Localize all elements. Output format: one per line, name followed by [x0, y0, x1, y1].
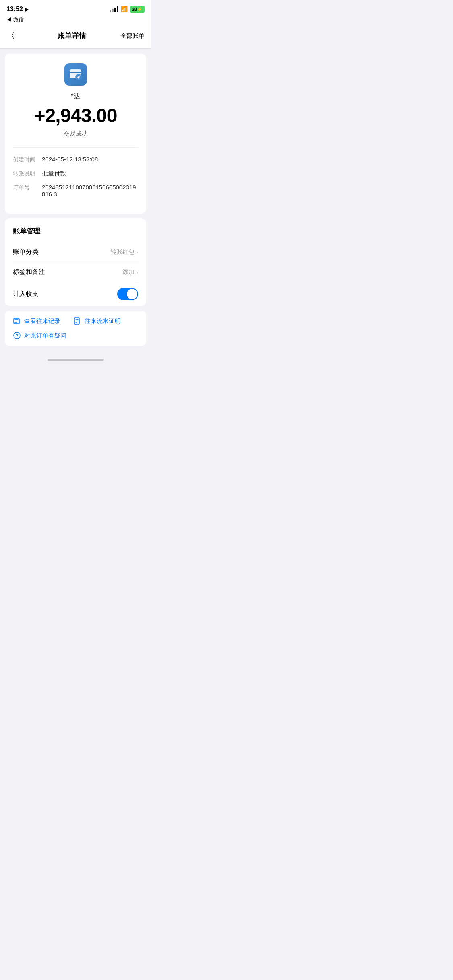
create-time-row: 创建时间 2024-05-12 13:52:08: [13, 156, 138, 163]
question-button[interactable]: ? 对此订单有疑问: [13, 331, 138, 340]
income-toggle[interactable]: [117, 288, 138, 300]
nav-bar: 〈 账单详情 全部账单: [0, 26, 151, 49]
status-time: 13:52: [6, 6, 23, 13]
all-bills-button[interactable]: 全部账单: [120, 32, 145, 40]
transaction-status: 交易成功: [13, 130, 138, 138]
status-bar: 13:52 ▶ 📶 28⚡: [0, 0, 151, 16]
category-label: 账单分类: [13, 248, 39, 256]
page-title: 账单详情: [57, 31, 86, 41]
create-time-label: 创建时间: [13, 156, 42, 163]
battery-indicator: 28⚡: [130, 6, 145, 13]
management-card: 账单管理 账单分类 转账红包 › 标签和备注 添加 › 计入收支: [5, 218, 146, 306]
merchant-icon-wrap: ¥: [13, 63, 138, 86]
tag-label: 标签和备注: [13, 268, 45, 276]
remark-label: 转账说明: [13, 170, 42, 177]
transaction-amount: +2,943.00: [13, 105, 138, 127]
svg-text:?: ?: [16, 333, 19, 338]
remark-row: 转账说明 批量付款: [13, 170, 138, 177]
transaction-card: ¥ *达 +2,943.00 交易成功 创建时间 2024-05-12 13:5…: [5, 54, 146, 214]
remark-value: 批量付款: [42, 170, 138, 177]
home-bar: [48, 359, 104, 361]
wechat-back-label: ◀ 微信: [0, 16, 151, 26]
view-history-button[interactable]: 查看往来记录: [13, 317, 60, 325]
merchant-icon: ¥: [64, 63, 87, 86]
tag-chevron-icon: ›: [136, 269, 138, 276]
order-no-value: 2024051211007000150665002319816 3: [42, 184, 138, 198]
svg-rect-1: [70, 72, 81, 73]
toggle-thumb: [127, 289, 137, 299]
home-indicator: [0, 351, 151, 364]
tag-value: 添加: [122, 268, 134, 276]
divider: [13, 147, 138, 148]
category-value-wrap: 转账红包 ›: [110, 248, 138, 256]
question-icon: ?: [13, 331, 21, 340]
merchant-name: *达: [13, 92, 138, 101]
order-no-label: 订单号: [13, 184, 42, 191]
view-history-label: 查看往来记录: [24, 317, 60, 325]
category-row[interactable]: 账单分类 转账红包 ›: [13, 242, 138, 262]
actions-card: 查看往来记录 往来流水证明 ? 对此订单有疑问: [5, 311, 146, 346]
signal-icon: [110, 6, 118, 12]
statement-icon: [73, 317, 81, 325]
question-label: 对此订单有疑问: [24, 332, 66, 340]
statement-label: 往来流水证明: [85, 317, 121, 325]
wifi-icon: 📶: [121, 6, 128, 12]
management-title: 账单管理: [13, 226, 138, 236]
order-no-row: 订单号 2024051211007000150665002319816 3: [13, 184, 138, 198]
income-label: 计入收支: [13, 290, 39, 299]
back-button[interactable]: 〈: [6, 30, 23, 42]
tag-row[interactable]: 标签和备注 添加 ›: [13, 262, 138, 282]
category-value: 转账红包: [110, 248, 134, 256]
location-icon: ▶: [25, 6, 29, 12]
actions-row-top: 查看往来记录 往来流水证明: [13, 317, 138, 325]
income-row: 计入收支: [13, 282, 138, 306]
category-chevron-icon: ›: [136, 249, 138, 255]
create-time-value: 2024-05-12 13:52:08: [42, 156, 138, 163]
tag-value-wrap: 添加 ›: [122, 268, 138, 276]
history-icon: [13, 317, 21, 325]
statement-button[interactable]: 往来流水证明: [73, 317, 121, 325]
